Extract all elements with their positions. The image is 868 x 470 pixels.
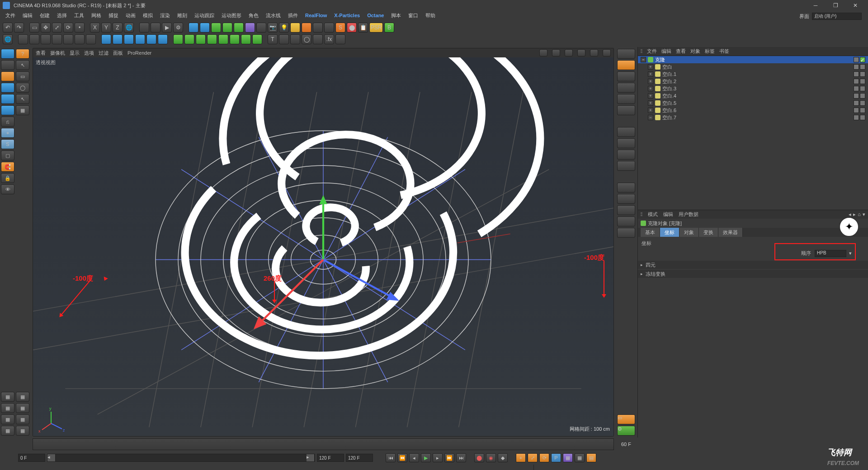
goto-start-button[interactable]: ⏮	[386, 453, 396, 462]
r14[interactable]	[617, 216, 635, 226]
y-axis-lock[interactable]: Y	[101, 23, 111, 33]
add-array[interactable]	[234, 23, 244, 33]
brush-select[interactable]: ↖	[16, 94, 29, 104]
r2[interactable]	[617, 60, 635, 70]
attr-tab-模式[interactable]: 模式	[648, 211, 658, 218]
maximize-button[interactable]: ❐	[826, 0, 845, 11]
attr-nav-fwd-icon[interactable]: ▸	[853, 212, 856, 217]
workplane[interactable]	[1, 71, 14, 81]
close-button[interactable]: ✕	[845, 0, 865, 11]
vis-btn[interactable]: 👁	[1, 184, 14, 194]
palette-1[interactable]: ▦	[1, 392, 14, 402]
menu-脚本[interactable]: 脚本	[388, 11, 404, 20]
undo-button[interactable]: ↶	[3, 23, 13, 33]
add-subdivision[interactable]	[222, 23, 232, 33]
vp-menu-查看[interactable]: 查看	[36, 50, 46, 56]
menu-模拟[interactable]: 模拟	[140, 11, 156, 20]
menu-编辑[interactable]: 编辑	[20, 11, 35, 20]
tree-item[interactable]: +空白.4	[638, 92, 868, 99]
grip-icon[interactable]: ⦙⦙	[641, 212, 642, 217]
p-sel[interactable]: ▦	[575, 453, 585, 462]
palette-3[interactable]: ▦	[1, 403, 14, 413]
magnet[interactable]: 🧲	[1, 162, 14, 172]
menu-X-Particles[interactable]: X-Particles	[331, 12, 363, 19]
grip-icon[interactable]: ⦙⦙	[641, 48, 642, 54]
expand-icon[interactable]: +	[648, 86, 653, 91]
add-generator[interactable]	[211, 23, 221, 33]
xp-btn-1[interactable]: 📋	[358, 23, 368, 33]
scene-btn[interactable]: ▭	[617, 414, 635, 424]
gen4[interactable]	[207, 34, 217, 44]
next-key-button[interactable]: ▸	[433, 453, 443, 462]
layout-dropdown[interactable]: 启动 (用户)	[812, 13, 862, 20]
minimize-button[interactable]: ─	[806, 0, 826, 11]
add-camera[interactable]: 📷	[268, 23, 278, 33]
gen1[interactable]	[173, 34, 183, 44]
expand-icon[interactable]: −	[648, 115, 653, 120]
gen7[interactable]	[241, 34, 251, 44]
expand-icon[interactable]: +	[648, 108, 653, 113]
menu-帮助[interactable]: 帮助	[423, 11, 438, 20]
prev-key-button[interactable]: ◂	[409, 453, 419, 462]
r11[interactable]	[617, 183, 635, 193]
primitive-torus[interactable]	[158, 34, 168, 44]
script-btn[interactable]	[335, 34, 345, 44]
attr-tab-编辑[interactable]: 编辑	[663, 211, 673, 218]
viewport-canvas[interactable]: y z x 透视视图 网格间距 : 100 cm -100度 260度 -100…	[33, 57, 613, 436]
tex-mode[interactable]	[1, 60, 14, 70]
menu-窗口[interactable]: 窗口	[406, 11, 421, 20]
menu-插件[interactable]: 插件	[285, 11, 301, 20]
expand-icon[interactable]: +	[648, 64, 653, 70]
play-button[interactable]: ▶	[421, 453, 431, 462]
autokey-button[interactable]: ◉	[486, 453, 496, 462]
expand-icon[interactable]: +	[648, 100, 653, 106]
rect-select[interactable]: ▭	[16, 71, 29, 81]
obj-tab-对象[interactable]: 对象	[690, 48, 700, 55]
p-pla[interactable]: ▦	[563, 453, 573, 462]
menu-运动跟踪[interactable]: 运动跟踪	[192, 11, 217, 20]
r7[interactable]	[617, 127, 635, 137]
gen2[interactable]	[184, 34, 194, 44]
r15[interactable]	[617, 228, 635, 238]
r4[interactable]	[617, 83, 635, 93]
r3[interactable]	[617, 71, 635, 81]
add-light[interactable]: 💡	[279, 23, 289, 33]
add-particle[interactable]	[324, 23, 334, 33]
palette-4[interactable]: ▦	[16, 403, 29, 413]
obj-tab-文件[interactable]: 文件	[647, 48, 657, 55]
palette-5[interactable]: ▦	[1, 414, 14, 424]
subtab-基本[interactable]: 基本	[641, 228, 660, 237]
menu-RealFlow[interactable]: RealFlow	[302, 12, 330, 19]
t3[interactable]	[41, 34, 51, 44]
record-button[interactable]: ⬤	[474, 453, 484, 462]
tree-item[interactable]: +空白.2	[638, 78, 868, 85]
subtab-变换[interactable]: 变换	[699, 228, 718, 237]
t6[interactable]	[75, 34, 85, 44]
gen6[interactable]	[230, 34, 240, 44]
menu-工具[interactable]: 工具	[71, 11, 87, 20]
vp-menu-选项[interactable]: 选项	[84, 50, 94, 56]
object-tree[interactable]: −克隆✓+空白+空白.1+空白.2+空白.3+空白.4+空白.5+空白.6−空白…	[638, 56, 868, 210]
spline-text[interactable]: T	[268, 34, 278, 44]
primitive-cylinder[interactable]	[124, 34, 134, 44]
spline2[interactable]	[290, 34, 300, 44]
obj-tab-编辑[interactable]: 编辑	[661, 48, 671, 55]
palette-8[interactable]: ▦	[16, 426, 29, 436]
r12[interactable]	[617, 194, 635, 204]
workplane-btn[interactable]: ▢	[1, 150, 14, 160]
add-rig[interactable]	[302, 23, 311, 33]
r6[interactable]	[617, 105, 635, 115]
primitive-cube[interactable]	[101, 34, 111, 44]
select-tool-l[interactable]: ↖	[16, 60, 29, 70]
p-scl[interactable]: ⤢	[528, 453, 538, 462]
maximize-icon[interactable]	[603, 49, 611, 56]
pan-icon[interactable]	[577, 49, 585, 56]
move-tool[interactable]: ✥	[41, 23, 51, 33]
r1[interactable]	[617, 49, 635, 59]
tree-item[interactable]: +空白.1	[638, 70, 868, 78]
expand-icon[interactable]: +	[648, 93, 653, 99]
obj-tab-书签[interactable]: 书签	[719, 48, 729, 55]
lasso-select[interactable]: ◯	[16, 83, 29, 93]
subtab-对象[interactable]: 对象	[679, 228, 699, 237]
menu-Octane[interactable]: Octane	[364, 12, 387, 19]
